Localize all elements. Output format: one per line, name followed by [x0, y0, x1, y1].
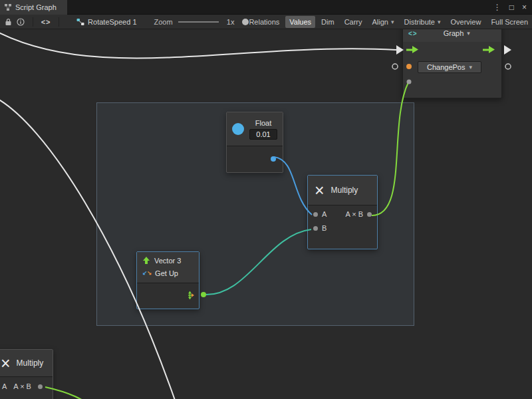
multiply2-output-port[interactable] [38, 384, 43, 389]
node-multiply[interactable]: × Multiply A A × B B [307, 175, 378, 249]
code-brackets-icon: <> [408, 30, 418, 37]
window-tab[interactable]: Script Graph [0, 0, 67, 15]
node-float-title: Float [255, 119, 271, 127]
window-title: Script Graph [15, 3, 57, 11]
node-multiply-header: × Multiply [308, 176, 377, 205]
node-multiply-partial-header: × Multiply [0, 350, 53, 376]
tool-button-distribute[interactable]: Distribute▾ [400, 16, 445, 28]
flow-output-triangle[interactable] [504, 45, 511, 55]
multiply-icon: × [315, 182, 325, 199]
node-float[interactable]: Float 0.01 [226, 112, 283, 173]
zoom-slider-handle[interactable] [242, 19, 249, 25]
script-graph-icon [4, 3, 12, 11]
node-graph-header: <> Graph ▾ [403, 29, 501, 42]
window-maximize-icon[interactable]: □ [509, 3, 514, 11]
graph-breadcrumb[interactable]: RotateSpeed 1 [76, 18, 136, 26]
graph-breadcrumb-label: RotateSpeed 1 [88, 18, 136, 26]
node-multiply-partial-title: Multiply [17, 358, 44, 368]
unconnected-port-left[interactable] [392, 64, 398, 69]
graph-header-dropdown[interactable]: Graph ▾ [418, 29, 496, 37]
window-titlebar: Script Graph ⋮ □ × [0, 0, 532, 15]
tool-button-align[interactable]: Align▾ [368, 16, 398, 28]
multiply-input-a-label: A [322, 210, 327, 218]
tool-button-carry[interactable]: Carry [340, 16, 366, 28]
toolbar-separator [33, 17, 33, 27]
tool-button-dim[interactable]: Dim [317, 16, 338, 28]
graph-canvas[interactable]: Float 0.01 × Multiply A A × B B [0, 29, 532, 399]
zoom-slider[interactable] [178, 17, 224, 27]
tool-button-overview[interactable]: Overview [447, 16, 485, 28]
chevron-down-icon: ▾ [467, 30, 470, 37]
node-multiply-title: Multiply [331, 186, 358, 195]
wire-white-top[interactable] [0, 29, 396, 58]
vector3-up-arrow-icon [142, 256, 150, 265]
tool-button-relations[interactable]: Relations [245, 16, 283, 28]
window-close-icon[interactable]: × [522, 3, 527, 11]
wire-multiply2-out[interactable] [45, 387, 98, 399]
changepos-dropdown[interactable]: ChangePos ▾ [418, 61, 481, 73]
code-view-button[interactable]: <> [41, 18, 51, 26]
multiply2-input-a-label: A [2, 382, 7, 390]
node-vector3-getup[interactable]: Vector 3 ↙↘ Get Up [136, 251, 200, 309]
toolbar-separator [59, 17, 59, 27]
multiply-icon: × [1, 355, 11, 372]
multiply2-output-label: A × B [13, 382, 31, 390]
chevron-down-icon: ▾ [391, 19, 394, 25]
unconnected-port-right[interactable] [505, 64, 511, 69]
zoom-label: Zoom [154, 18, 173, 26]
float-value-field[interactable]: 0.01 [249, 129, 277, 140]
zoom-value: 1x [227, 18, 235, 26]
node-multiply-partial[interactable]: × Multiply A A × B [0, 349, 53, 399]
graph-asset-icon [76, 18, 84, 26]
multiply-output-port[interactable] [367, 212, 372, 217]
node-vector3-body [137, 283, 199, 307]
node-vector3-title: Vector 3 [154, 257, 181, 265]
toolbar-buttons: Relations Values Dim Carry Align▾ Distri… [245, 16, 532, 28]
node-vector3-header: Vector 3 ↙↘ Get Up [137, 252, 199, 283]
node-graph-value-row: ChangePos ▾ [403, 59, 501, 75]
window-menu-icon[interactable]: ⋮ [493, 3, 501, 11]
float-output-port[interactable] [271, 156, 276, 162]
tool-button-fullscreen[interactable]: Full Screen [487, 16, 532, 28]
node-graph-extra-row [403, 75, 501, 90]
multiply-input-a-port[interactable] [313, 212, 318, 217]
vector3-output-port[interactable] [186, 291, 194, 300]
multiply-input-b-port[interactable] [313, 226, 318, 231]
multiply-output-label: A × B [345, 210, 363, 218]
chevron-down-icon: ▾ [469, 64, 472, 70]
node-graph-flow-row [403, 42, 501, 59]
node-vector3-subtitle: Get Up [155, 269, 178, 277]
node-float-header: Float 0.01 [227, 112, 283, 146]
graph-toolbar: <> RotateSpeed 1 Zoom 1x Relations Value… [0, 15, 532, 29]
node-float-body [227, 146, 283, 172]
lock-icon[interactable] [5, 18, 12, 26]
zoom-slider-track [178, 21, 219, 23]
float-type-icon [232, 123, 244, 135]
multiply-input-b-label: B [322, 224, 327, 232]
chevron-down-icon: ▾ [438, 19, 441, 25]
info-icon[interactable] [17, 18, 25, 26]
node-graph-event[interactable]: <> Graph ▾ ChangePos ▾ [402, 29, 502, 98]
tool-button-values[interactable]: Values [285, 16, 315, 28]
getup-arrows-icon: ↙↘ [142, 270, 151, 277]
